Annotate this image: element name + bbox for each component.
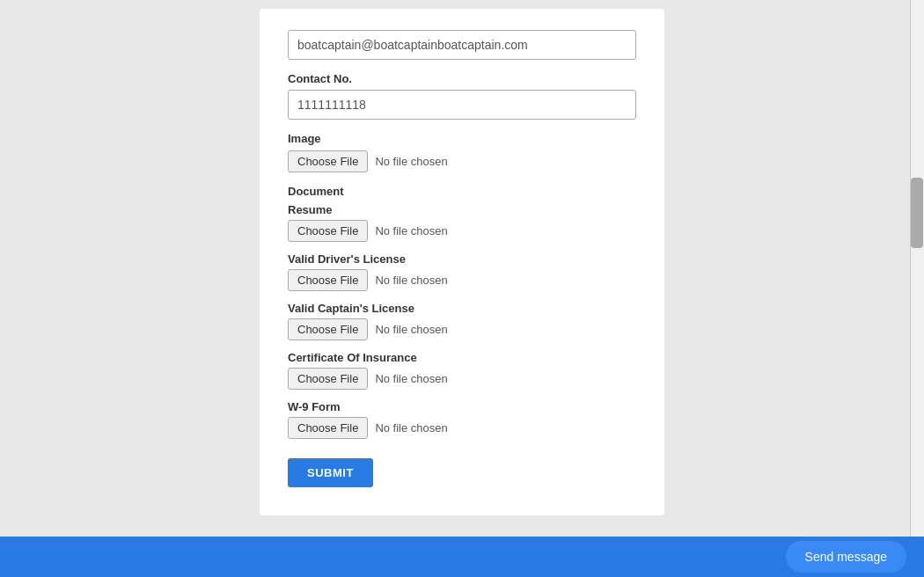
- captains-license-choose-file-button[interactable]: Choose File: [288, 318, 368, 340]
- form-card: Contact No. Image Choose File No file ch…: [260, 9, 664, 515]
- resume-label: Resume: [288, 203, 636, 216]
- w9-form-group: W-9 Form Choose File No file chosen: [288, 400, 636, 439]
- captains-license-label: Valid Captain's License: [288, 302, 636, 315]
- captains-license-no-file-text: No file chosen: [375, 323, 447, 336]
- email-input[interactable]: [288, 30, 636, 60]
- resume-no-file-text: No file chosen: [375, 224, 447, 237]
- resume-choose-file-button[interactable]: Choose File: [288, 220, 368, 242]
- page-wrapper: Contact No. Image Choose File No file ch…: [0, 0, 924, 537]
- captains-license-group: Valid Captain's License Choose File No f…: [288, 302, 636, 340]
- resume-file-row: Choose File No file chosen: [288, 220, 636, 242]
- drivers-license-choose-file-button[interactable]: Choose File: [288, 269, 368, 291]
- drivers-license-no-file-text: No file chosen: [375, 274, 447, 287]
- certificate-insurance-no-file-text: No file chosen: [375, 372, 447, 385]
- image-no-file-text: No file chosen: [375, 155, 447, 168]
- drivers-license-group: Valid Driver's License Choose File No fi…: [288, 252, 636, 291]
- resume-group: Resume Choose File No file chosen: [288, 203, 636, 242]
- contact-input[interactable]: [288, 90, 636, 120]
- w9-form-choose-file-button[interactable]: Choose File: [288, 417, 368, 439]
- contact-field-group: Contact No.: [288, 72, 636, 120]
- drivers-license-file-row: Choose File No file chosen: [288, 269, 636, 291]
- image-field-group: Image Choose File No file chosen: [288, 132, 636, 172]
- submit-button[interactable]: SUBMIT: [288, 458, 373, 487]
- certificate-insurance-group: Certificate Of Insurance Choose File No …: [288, 351, 636, 390]
- send-message-button[interactable]: Send message: [786, 541, 906, 573]
- email-field-group: [288, 30, 636, 60]
- document-section-label: Document: [288, 185, 636, 198]
- contact-label: Contact No.: [288, 72, 636, 85]
- certificate-insurance-file-row: Choose File No file chosen: [288, 368, 636, 390]
- document-section: Document Resume Choose File No file chos…: [288, 185, 636, 439]
- w9-form-no-file-text: No file chosen: [375, 421, 447, 435]
- drivers-license-label: Valid Driver's License: [288, 252, 636, 266]
- captains-license-file-row: Choose File No file chosen: [288, 318, 636, 340]
- w9-form-file-row: Choose File No file chosen: [288, 417, 636, 439]
- bottom-bar: Send message: [0, 537, 924, 577]
- scrollbar[interactable]: [910, 0, 924, 537]
- scrollbar-thumb[interactable]: [911, 178, 923, 248]
- image-choose-file-button[interactable]: Choose File: [288, 150, 368, 172]
- certificate-insurance-label: Certificate Of Insurance: [288, 351, 636, 364]
- image-file-row: Choose File No file chosen: [288, 150, 636, 172]
- w9-form-label: W-9 Form: [288, 400, 636, 413]
- certificate-insurance-choose-file-button[interactable]: Choose File: [288, 368, 368, 390]
- image-label: Image: [288, 132, 636, 145]
